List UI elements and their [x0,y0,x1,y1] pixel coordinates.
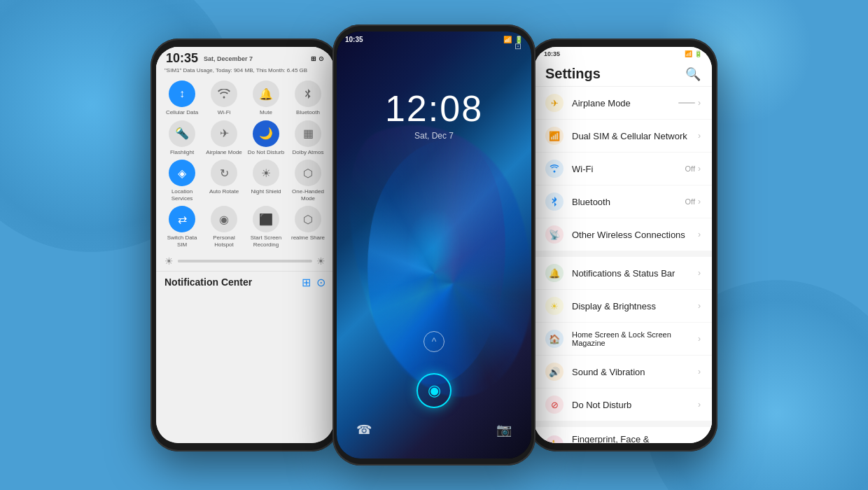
toggle-cellular[interactable]: ↕ Cellular Data [163,80,201,116]
toggle-onehand[interactable]: ⬡ One-Handed Mode [289,160,327,202]
wifi-settings-icon [545,160,564,178]
ls-swipe-indicator: ^ [424,331,444,352]
toggle-location[interactable]: ◈ Location Services [163,160,201,202]
brightness-high-icon: ☀ [316,255,326,267]
settings-search-button[interactable]: 🔍 [685,66,701,82]
wifi-status-text: Off [685,164,695,173]
toggle-switchsim[interactable]: ⇄ Switch Data SIM [163,206,201,248]
toggle-nightshield[interactable]: ☀ Night Shield [247,160,285,202]
wireless-label: Other Wireless Connections [572,230,690,240]
middle-phone-screen: 10:35 📶 🔋 ⊡ 12:08 Sat, Dec 7 ^ ◉ [337,31,531,458]
settings-status-icons: 📶 🔋 [685,50,702,57]
flashlight-icon: 🔦 [169,120,195,147]
dualsim-chevron: › [698,131,701,141]
settings-item-sound[interactable]: 🔊 Sound & Vibration › [534,356,712,388]
homescreen-chevron: › [698,334,701,344]
settings-item-display[interactable]: ☀ Display & Brightness › [534,290,712,323]
dualsim-label: Dual SIM & Cellular Network [572,131,690,141]
autorotate-icon: ↻ [211,160,237,186]
mute-icon: 🔔 [253,80,279,107]
quick-toggles-row4: ⇄ Switch Data SIM ◉ Personal Hotspot ⬛ S… [156,206,334,252]
wireless-chevron: › [698,230,701,239]
lockscreen: 10:35 📶 🔋 ⊡ 12:08 Sat, Dec 7 ^ ◉ [337,31,531,458]
fingerprint-icon: 👆 [545,435,564,443]
settings-item-notifications[interactable]: 🔔 Notifications & Status Bar › [534,257,712,290]
display-label: Display & Brightness [572,301,690,312]
toggle-autorotate[interactable]: ↻ Auto Rotate [205,160,243,202]
display-chevron: › [698,301,701,311]
lockscreen-status-bar: 10:35 📶 🔋 [337,31,531,48]
toggle-dolby[interactable]: ▦ Dolby Atmos [289,120,327,156]
ls-fingerprint[interactable]: ◉ [416,373,451,408]
bluetooth-label: Bluetooth [572,197,677,207]
toggle-mute[interactable]: 🔔 Mute [247,80,285,116]
settings-section-1: ✈ Airplane Mode › 📶 Dual SIM & Cel [534,87,712,251]
homescreen-label: Home Screen & Lock Screen Magazine [572,330,690,347]
ls-date: Sat, Dec 7 [337,131,531,141]
left-time: 10:35 [166,51,198,66]
settings-status-bar: 10:35 📶 🔋 [534,47,712,59]
notifications-label: Notifications & Status Bar [572,268,690,279]
sound-icon: 🔊 [545,363,564,381]
airplane-mode-icon: ✈ [545,94,564,112]
notif-settings-icon[interactable]: ⊙ [316,276,326,289]
settings-item-dualsim[interactable]: 📶 Dual SIM & Cellular Network › [534,120,712,153]
onehand-icon: ⬡ [295,160,321,186]
settings-item-wireless[interactable]: 📡 Other Wireless Connections › [534,218,712,251]
notif-list-icon[interactable]: ⊞ [302,276,311,289]
toggle-wifi[interactable]: Wi-Fi [205,80,243,116]
airplane-icon: ✈ [211,120,237,147]
share-icon: ⬡ [295,206,321,232]
left-phone-screen: 10:35 Sat, December 7 ⊞ ⊙ "SIM1" Data Us… [156,47,334,443]
settings-section-3: 👆 Fingerprint, Face & Password › ◉ Smart… [534,427,712,443]
toggle-record[interactable]: ⬛ Start Screen Recording [247,206,285,248]
settings-title: Settings [545,66,601,82]
ls-bottom: ^ ◉ ☎ 📷 [337,331,531,438]
notifications-chevron: › [698,268,701,278]
left-status-bar: 10:35 Sat, December 7 ⊞ ⊙ [156,47,334,67]
sound-label: Sound & Vibration [572,367,690,377]
settings-item-fingerprint[interactable]: 👆 Fingerprint, Face & Password › [534,427,712,443]
settings-divider-1 [534,251,712,257]
brightness-row: ☀ ☀ [156,253,334,271]
dolby-icon: ▦ [295,120,321,147]
toggle-share[interactable]: ⬡ realme Share [289,206,327,248]
nightshield-icon: ☀ [253,160,279,186]
ls-bottom-icons: ☎ 📷 [356,422,512,438]
quick-toggles-row2: 🔦 Flashlight ✈ Airplane Mode 🌙 Do Not Di… [156,120,334,160]
notification-center-icons: ⊞ ⊙ [302,276,326,289]
wireless-icon: 📡 [545,225,564,244]
homescreen-icon: 🏠 [545,330,564,348]
settings-item-dnd[interactable]: ⊘ Do Not Disturb › [534,388,712,421]
data-usage-text: "SIM1" Data Usage, Today: 904 MB, This M… [156,67,334,76]
dualsim-icon: 📶 [545,127,564,145]
wifi-label: Wi-Fi [572,164,677,174]
toggle-airplane[interactable]: ✈ Airplane Mode [205,120,243,156]
notification-center-header: Notification Center ⊞ ⊙ [156,271,334,292]
bluetooth-status-text: Off [685,197,695,206]
left-date: Sat, December 7 [204,55,253,62]
notifications-icon: 🔔 [545,264,564,282]
ls-phone-icon[interactable]: ☎ [356,422,372,438]
wifi-status-right: Off › [685,164,701,174]
settings-item-homescreen[interactable]: 🏠 Home Screen & Lock Screen Magazine › [534,323,712,356]
display-icon: ☀ [545,297,564,315]
quick-toggles-row3: ◈ Location Services ↻ Auto Rotate ☀ Nigh… [156,160,334,206]
brightness-fill [178,260,211,262]
ls-time-small: 10:35 [345,36,363,43]
phone-right: 10:35 📶 🔋 Settings 🔍 ✈ [528,38,718,451]
ls-camera-icon[interactable]: 📷 [496,422,512,438]
toggle-bluetooth[interactable]: Bluetooth [289,80,327,116]
toggle-flashlight[interactable]: 🔦 Flashlight [163,120,201,156]
sound-chevron: › [698,367,701,377]
phones-container: 10:35 Sat, December 7 ⊞ ⊙ "SIM1" Data Us… [0,0,868,490]
settings-item-bluetooth[interactable]: Bluetooth Off › [534,186,712,218]
brightness-low-icon: ☀ [164,255,174,267]
settings-screen: 10:35 📶 🔋 Settings 🔍 ✈ [534,47,712,443]
settings-item-wifi[interactable]: Wi-Fi Off › [534,153,712,186]
toggle-hotspot[interactable]: ◉ Personal Hotspot [205,206,243,248]
toggle-dnd[interactable]: 🌙 Do Not Disturb [247,120,285,156]
brightness-track[interactable] [178,260,312,262]
settings-item-airplane[interactable]: ✈ Airplane Mode › [534,87,712,120]
left-status-icons: ⊞ ⊙ [311,55,324,62]
